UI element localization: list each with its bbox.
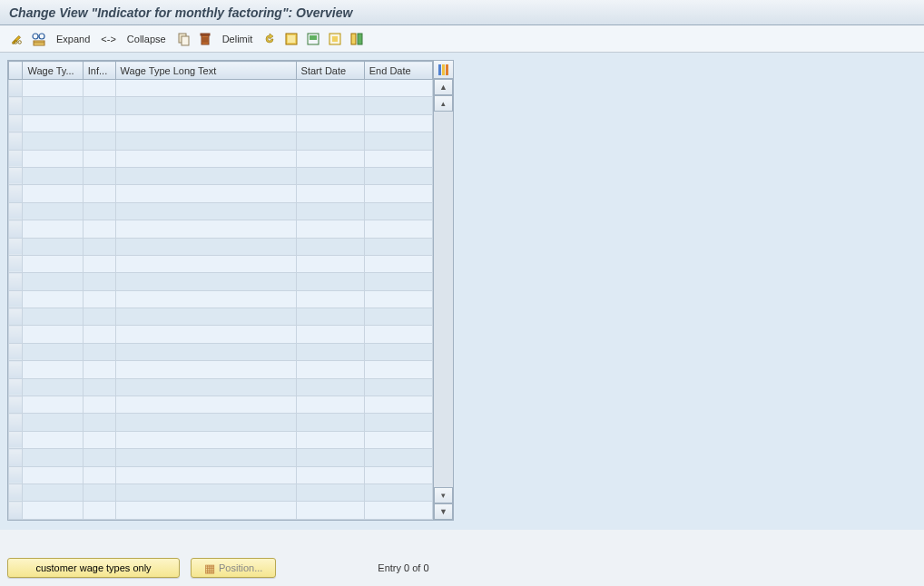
table-row[interactable] <box>9 466 433 483</box>
position-button[interactable]: ▦ Position... <box>191 558 276 578</box>
row-selector-cell[interactable] <box>9 238 23 255</box>
cell-long-text[interactable] <box>115 378 296 396</box>
cell-start-date[interactable] <box>296 308 364 326</box>
scroll-down-small-icon[interactable]: ▾ <box>434 487 453 503</box>
cell-inf[interactable] <box>83 396 115 414</box>
cell-start-date[interactable] <box>296 202 364 220</box>
cell-start-date[interactable] <box>296 483 364 501</box>
customer-wage-types-button[interactable]: customer wage types only <box>7 558 180 578</box>
cell-start-date[interactable] <box>296 290 364 308</box>
row-selector-cell[interactable] <box>9 343 23 360</box>
cell-long-text[interactable] <box>115 255 296 272</box>
cell-start-date[interactable] <box>296 414 364 431</box>
cell-long-text[interactable] <box>115 167 296 184</box>
cell-inf[interactable] <box>83 132 115 150</box>
cell-end-date[interactable] <box>364 185 432 202</box>
cell-wage-type[interactable] <box>23 449 83 466</box>
cell-start-date[interactable] <box>296 97 364 114</box>
cell-long-text[interactable] <box>115 290 296 308</box>
cell-inf[interactable] <box>83 431 115 448</box>
copy-as-icon[interactable] <box>175 31 192 47</box>
cell-inf[interactable] <box>83 238 115 255</box>
details-icon[interactable] <box>31 31 47 47</box>
cell-wage-type[interactable] <box>23 220 83 238</box>
table-row[interactable] <box>9 255 433 272</box>
scroll-up-small-icon[interactable]: ▴ <box>434 95 453 112</box>
table-row[interactable] <box>9 414 433 431</box>
cell-inf[interactable] <box>83 220 115 238</box>
cell-long-text[interactable] <box>115 361 296 378</box>
cell-inf[interactable] <box>83 255 115 272</box>
cell-end-date[interactable] <box>364 80 432 97</box>
cell-wage-type[interactable] <box>23 483 83 501</box>
cell-wage-type[interactable] <box>23 114 83 132</box>
scroll-down-icon[interactable]: ▼ <box>434 503 453 520</box>
row-selector-cell[interactable] <box>9 185 23 202</box>
delete-icon[interactable] <box>197 31 213 47</box>
row-selector-cell[interactable] <box>9 97 23 114</box>
cell-wage-type[interactable] <box>23 431 83 448</box>
cell-wage-type[interactable] <box>23 326 83 343</box>
cell-start-date[interactable] <box>296 396 364 414</box>
cell-inf[interactable] <box>83 97 115 114</box>
cell-wage-type[interactable] <box>23 378 83 396</box>
row-selector-cell[interactable] <box>9 361 23 378</box>
cell-end-date[interactable] <box>364 132 432 150</box>
cell-start-date[interactable] <box>296 80 364 97</box>
cell-start-date[interactable] <box>296 185 364 202</box>
cell-long-text[interactable] <box>115 343 296 360</box>
row-selector-cell[interactable] <box>9 466 23 483</box>
cell-end-date[interactable] <box>364 114 432 132</box>
cell-wage-type[interactable] <box>23 185 83 202</box>
cell-end-date[interactable] <box>364 396 432 414</box>
column-header-start-date[interactable]: Start Date <box>296 62 364 80</box>
row-selector-cell[interactable] <box>9 202 23 220</box>
table-row[interactable] <box>9 238 433 255</box>
row-selector-cell[interactable] <box>9 449 23 466</box>
cell-long-text[interactable] <box>115 483 296 501</box>
cell-start-date[interactable] <box>296 431 364 448</box>
table-row[interactable] <box>9 202 433 220</box>
cell-long-text[interactable] <box>115 326 296 343</box>
table-row[interactable] <box>9 431 433 448</box>
row-selector-cell[interactable] <box>9 132 23 150</box>
cell-end-date[interactable] <box>364 255 432 272</box>
column-header-end-date[interactable]: End Date <box>364 62 432 80</box>
cell-long-text[interactable] <box>115 220 296 238</box>
cell-inf[interactable] <box>83 80 115 97</box>
expand-button[interactable]: Expand <box>53 34 93 44</box>
cell-start-date[interactable] <box>296 220 364 238</box>
cell-long-text[interactable] <box>115 502 296 520</box>
cell-end-date[interactable] <box>364 97 432 114</box>
row-selector-cell[interactable] <box>9 378 23 396</box>
cell-long-text[interactable] <box>115 132 296 150</box>
cell-start-date[interactable] <box>296 150 364 167</box>
cell-wage-type[interactable] <box>23 343 83 360</box>
cell-end-date[interactable] <box>364 202 432 220</box>
row-selector-cell[interactable] <box>9 308 23 326</box>
row-selector-cell[interactable] <box>9 396 23 414</box>
cell-long-text[interactable] <box>115 308 296 326</box>
cell-long-text[interactable] <box>115 185 296 202</box>
table-row[interactable] <box>9 220 433 238</box>
scroll-track[interactable] <box>434 112 453 487</box>
cell-end-date[interactable] <box>364 308 432 326</box>
cell-inf[interactable] <box>83 414 115 431</box>
cell-start-date[interactable] <box>296 466 364 483</box>
row-selector-cell[interactable] <box>9 150 23 167</box>
cell-long-text[interactable] <box>115 202 296 220</box>
cell-inf[interactable] <box>83 502 115 520</box>
column-header-long-text[interactable]: Wage Type Long Text <box>115 62 296 80</box>
row-selector-cell[interactable] <box>9 414 23 431</box>
cell-start-date[interactable] <box>296 273 364 290</box>
cell-inf[interactable] <box>83 273 115 290</box>
cell-start-date[interactable] <box>296 132 364 150</box>
cell-inf[interactable] <box>83 483 115 501</box>
cell-end-date[interactable] <box>364 414 432 431</box>
cell-end-date[interactable] <box>364 483 432 501</box>
cell-start-date[interactable] <box>296 449 364 466</box>
table-row[interactable] <box>9 378 433 396</box>
row-selector-cell[interactable] <box>9 326 23 343</box>
delimit-button[interactable]: Delimit <box>219 34 257 44</box>
cell-long-text[interactable] <box>115 80 296 97</box>
